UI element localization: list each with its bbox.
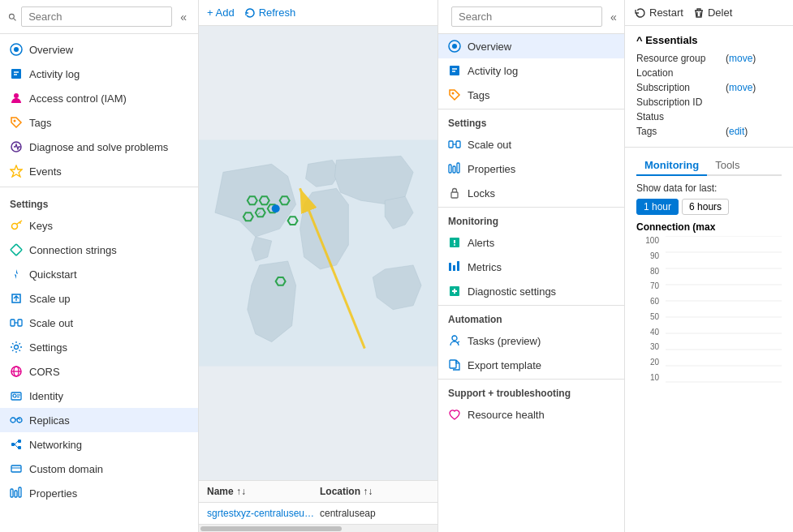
settings-section-title: Settings [0,191,198,213]
events-icon [10,165,23,178]
dropdown-item-properties[interactable]: Properties [438,157,624,181]
svg-marker-10 [11,165,22,177]
add-button[interactable]: + Add [207,6,235,19]
sidebar-item-custom-domain[interactable]: Custom domain [0,457,198,481]
activity-log-icon [10,67,23,80]
dropdown-diagnostic-icon [448,285,461,298]
cors-icon [10,365,23,378]
sidebar-item-properties[interactable]: Properties [0,481,198,505]
sidebar-item-overview[interactable]: Overview [0,37,198,62]
sidebar-item-settings[interactable]: Settings [0,335,198,359]
svg-rect-36 [11,489,13,497]
sidebar-item-identity[interactable]: Identity [0,384,198,408]
svg-point-7 [14,93,19,98]
networking-icon [10,438,23,451]
dropdown-section-settings: Settings [438,111,624,132]
center-toolbar: + Add Refresh [199,0,437,26]
dropdown-section-automation: Automation [438,307,624,328]
right-toolbar: Restart Delet [625,0,793,26]
dropdown-item-activity-log[interactable]: Activity log [438,58,624,83]
dropdown-alerts-icon [448,236,461,249]
center-map-panel: + Add Refresh [199,0,438,532]
dropdown-collapse-btn[interactable]: « [607,9,620,25]
sidebar-item-quickstart[interactable]: Quickstart [0,262,198,286]
dropdown-properties-icon [448,162,461,175]
dropdown-panel: « Overview Activity log Tags Settings Sc… [438,0,625,532]
dropdown-item-scale-out[interactable]: Scale out [438,132,624,157]
sidebar-item-tags[interactable]: Tags [0,110,198,135]
table-row[interactable]: sgrtestxyz-centraluseu… centraluseap [199,503,437,524]
dropdown-item-resource-health[interactable]: Resource health [438,402,624,427]
svg-line-77 [457,341,459,343]
restart-button[interactable]: Restart [635,6,683,19]
period-6hours[interactable]: 6 hours [682,199,729,215]
refresh-icon [244,7,256,19]
svg-point-27 [11,418,15,423]
left-collapse-btn[interactable]: « [177,9,190,25]
svg-point-69 [454,244,455,246]
sidebar-item-activity-log[interactable]: Activity log [0,62,198,86]
row-name[interactable]: sgrtestxyz-centraluseu… [207,508,317,519]
svg-point-76 [452,336,457,341]
dropdown-item-tags[interactable]: Tags [438,83,624,107]
chart-svg [666,236,782,398]
identity-icon [10,389,23,402]
svg-line-33 [15,444,18,448]
dropdown-search-bar: « [438,0,624,34]
refresh-button[interactable]: Refresh [244,6,296,19]
svg-rect-30 [18,440,21,443]
sidebar-item-access-control[interactable]: Access control (IAM) [0,86,198,110]
row-location: centraluseap [320,508,429,519]
essentials-tags: Tags (edit) [636,124,782,139]
sidebar-item-diagnose[interactable]: Diagnose and solve problems [0,135,198,159]
tab-monitoring[interactable]: Monitoring [636,156,707,176]
svg-point-55 [452,44,457,49]
delete-button[interactable]: Delet [693,6,732,19]
monitoring-tabs: Monitoring Tools [636,156,782,176]
dropdown-item-export-template[interactable]: Export template [438,353,624,377]
svg-rect-72 [457,261,459,271]
sidebar-item-scale-out[interactable]: Scale out [0,311,198,335]
scale-out-icon [10,316,23,329]
svg-rect-14 [11,244,22,255]
connection-strings-icon [10,243,23,256]
svg-rect-31 [18,446,21,449]
world-map: ✓ [199,26,437,480]
essentials-subscription-id: Subscription ID [636,95,782,109]
svg-text:✓: ✓ [257,211,261,216]
sidebar-item-connection-strings[interactable]: Connection strings [0,238,198,262]
horizontal-scrollbar[interactable] [199,524,437,532]
sidebar-item-networking[interactable]: Networking [0,432,198,457]
replicas-icon [10,414,23,427]
svg-point-3 [14,47,19,52]
left-search-input[interactable] [21,6,172,27]
svg-rect-65 [457,163,459,173]
essentials-section: ^ Essentials Resource group (move) Locat… [625,26,793,148]
scrollbar-thumb[interactable] [200,526,342,531]
dropdown-item-overview[interactable]: Overview [438,34,624,58]
sidebar-item-scale-up[interactable]: Scale up [0,286,198,311]
dropdown-item-tasks[interactable]: Tasks (preview) [438,328,624,353]
dropdown-item-locks[interactable]: Locks [438,181,624,205]
period-1hour[interactable]: 1 hour [636,199,679,215]
tab-tools[interactable]: Tools [707,156,748,176]
dropdown-metrics-icon [448,260,461,273]
dropdown-item-diagnostic-settings[interactable]: Diagnostic settings [438,279,624,303]
svg-rect-66 [451,192,458,198]
diagnose-icon [10,140,23,153]
svg-point-46 [272,204,280,212]
sidebar-item-events[interactable]: Events [0,159,198,183]
chart-container: 100 90 80 70 60 50 40 30 20 10 [636,236,782,398]
dropdown-search-input[interactable] [451,6,602,27]
svg-point-11 [12,224,18,230]
search-icon-left [8,11,16,23]
sidebar-item-cors[interactable]: CORS [0,359,198,384]
svg-rect-78 [450,360,456,368]
sidebar-item-replicas[interactable]: Replicas [0,408,198,432]
essentials-resource-group: Resource group (move) [636,51,782,66]
dropdown-item-metrics[interactable]: Metrics [438,255,624,279]
essentials-location: Location [636,66,782,80]
dropdown-item-alerts[interactable]: Alerts [438,230,624,255]
chart-y-labels: 100 90 80 70 60 50 40 30 20 10 [636,236,662,382]
sidebar-item-keys[interactable]: Keys [0,213,198,238]
